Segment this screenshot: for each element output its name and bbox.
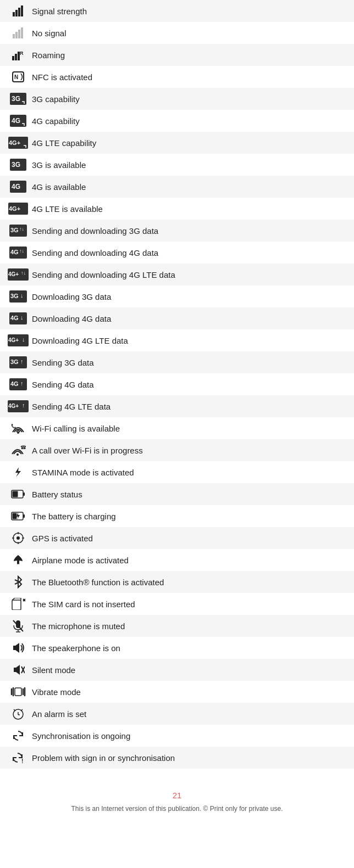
- 4g-capability-icon: 4G: [4, 115, 32, 127]
- svg-point-55: [16, 453, 19, 456]
- stamina-mode-label: STAMINA mode is activated: [32, 468, 350, 477]
- speakerphone-on-label: The speakerphone is on: [32, 643, 350, 653]
- 4g-available-label: 4G is available: [32, 182, 350, 192]
- list-item: 4G+4G LTE capability: [0, 132, 354, 154]
- dl-4g-label: Downloading 4G data: [32, 314, 350, 323]
- vibrate-mode-label: Vibrate mode: [32, 687, 350, 697]
- svg-text:↑: ↑: [20, 380, 24, 387]
- alarm-set-icon: [4, 707, 32, 720]
- svg-text:!: !: [21, 758, 23, 764]
- svg-text:4G: 4G: [10, 315, 19, 321]
- gps-activated-label: GPS is activated: [32, 534, 350, 543]
- svg-text:4G+: 4G+: [9, 139, 20, 146]
- svg-text:N: N: [14, 74, 18, 80]
- send-dl-4g-lte-label: Sending and downloading 4G LTE data: [32, 270, 350, 279]
- svg-text:↑: ↑: [22, 402, 25, 408]
- dl-3g-icon: 3G↓: [4, 290, 32, 303]
- 4g-lte-available-icon: 4G+: [4, 203, 32, 215]
- list-item: STAMINA mode is activated: [0, 461, 354, 483]
- 4g-lte-available-label: 4G LTE is available: [32, 204, 350, 214]
- battery-charging-label: The battery is charging: [32, 512, 350, 521]
- list-item: 4G↓Downloading 4G data: [0, 307, 354, 329]
- list-item: 4G+↑↓Sending and downloading 4G LTE data: [0, 264, 354, 285]
- list-item: 3G↓Downloading 3G data: [0, 285, 354, 307]
- copyright-text: This is an Internet version of this publ…: [71, 805, 283, 813]
- send-3g-icon: 3G↑: [4, 356, 32, 368]
- call-over-wifi-icon: ☎: [4, 444, 32, 456]
- 4g-lte-capability-icon: 4G+: [4, 137, 32, 149]
- sync-ongoing-label: Synchronisation is ongoing: [32, 731, 350, 741]
- signal-strength-label: Signal strength: [32, 7, 350, 16]
- airplane-mode-label: Airplane mode is activated: [32, 556, 350, 565]
- svg-rect-69: [12, 600, 21, 610]
- svg-text:4G: 4G: [10, 249, 19, 255]
- svg-text:↑↓: ↑↓: [19, 248, 24, 254]
- list-item: Silent mode: [0, 659, 354, 681]
- sync-problem-icon: !: [4, 751, 32, 764]
- no-signal-icon: [4, 27, 32, 38]
- svg-rect-6: [18, 30, 20, 38]
- svg-rect-3: [21, 5, 23, 16]
- list-item: The speakerphone is on: [0, 637, 354, 659]
- svg-rect-9: [15, 54, 17, 60]
- alarm-set-label: An alarm is set: [32, 709, 350, 719]
- svg-text:4G+: 4G+: [8, 271, 19, 277]
- svg-text:↑↓: ↑↓: [21, 270, 26, 276]
- 4g-available-icon: 4G: [4, 181, 32, 193]
- list-item: 4G4G capability: [0, 110, 354, 132]
- list-item: 4G↑Sending 4G data: [0, 373, 354, 395]
- list-item: 3G3G is available: [0, 154, 354, 176]
- send-dl-4g-icon: 4G↑↓: [4, 247, 32, 259]
- svg-rect-4: [13, 34, 15, 38]
- list-item: 4G4G is available: [0, 176, 354, 198]
- no-signal-label: No signal: [32, 29, 350, 38]
- svg-rect-62: [13, 513, 17, 519]
- bluetooth-activated-label: The Bluetooth® function is activated: [32, 578, 350, 587]
- svg-rect-8: [12, 56, 14, 60]
- send-dl-4g-lte-icon: 4G+↑↓: [4, 268, 32, 281]
- speakerphone-on-icon: [4, 642, 32, 654]
- battery-status-label: Battery status: [32, 490, 350, 499]
- svg-rect-78: [15, 688, 21, 696]
- send-4g-lte-icon: 4G+↑: [4, 400, 32, 412]
- send-4g-icon: 4G↑: [4, 378, 32, 390]
- 3g-available-label: 3G is available: [32, 160, 350, 170]
- list-item: Signal strength: [0, 0, 354, 22]
- list-item: RRoaming: [0, 44, 354, 66]
- svg-text:3G: 3G: [12, 161, 20, 169]
- dl-4g-lte-label: Downloading 4G LTE data: [32, 336, 350, 345]
- mic-muted-label: The microphone is muted: [32, 621, 350, 631]
- gps-activated-icon: [4, 531, 32, 545]
- silent-mode-icon: [4, 664, 32, 676]
- svg-text:4G: 4G: [12, 183, 20, 191]
- send-4g-label: Sending 4G data: [32, 380, 350, 389]
- svg-text:4G: 4G: [10, 380, 19, 387]
- svg-text:4G+: 4G+: [9, 205, 20, 212]
- svg-text:↓: ↓: [22, 336, 25, 343]
- sync-problem-label: Problem with sign in or synchronisation: [32, 753, 350, 763]
- 3g-capability-icon: 3G: [4, 93, 32, 105]
- svg-rect-1: [15, 10, 18, 16]
- svg-rect-5: [15, 32, 18, 38]
- svg-rect-2: [18, 8, 20, 16]
- svg-text:3G: 3G: [10, 359, 19, 365]
- list-item: ☎A call over Wi-Fi is in progress: [0, 439, 354, 461]
- svg-line-87: [21, 709, 23, 711]
- footer: 21 This is an Internet version of this p…: [0, 791, 354, 813]
- sim-not-inserted-icon: [4, 598, 32, 610]
- list-item: An alarm is set: [0, 703, 354, 725]
- send-dl-3g-icon: 3G↑↓: [4, 225, 32, 237]
- list-item: The SIM card is not inserted: [0, 593, 354, 615]
- wifi-calling-available-label: Wi-Fi calling is available: [32, 424, 350, 433]
- svg-text:↑: ↑: [20, 358, 24, 365]
- list-item: Airplane mode is activated: [0, 549, 354, 571]
- silent-mode-label: Silent mode: [32, 665, 350, 675]
- 3g-capability-label: 3G capability: [32, 94, 350, 104]
- 3g-available-icon: 3G: [4, 159, 32, 171]
- list-item: GPS is activated: [0, 527, 354, 549]
- main-container: Signal strengthNo signalRRoamingNNFC is …: [0, 0, 354, 813]
- roaming-label: Roaming: [32, 51, 350, 60]
- dl-3g-label: Downloading 3G data: [32, 292, 350, 301]
- dl-4g-lte-icon: 4G+↓: [4, 334, 32, 346]
- list-item: No signal: [0, 22, 354, 44]
